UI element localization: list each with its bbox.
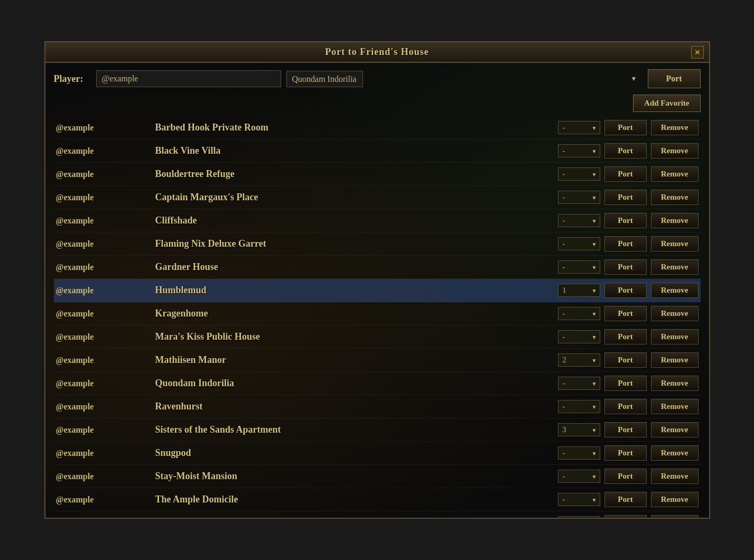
- row-port-button[interactable]: Port: [604, 213, 647, 228]
- row-remove-button[interactable]: Remove: [651, 492, 699, 507]
- row-port-button[interactable]: Port: [604, 469, 647, 484]
- row-num-select[interactable]: -: [558, 516, 600, 518]
- row-player: @example: [56, 239, 151, 249]
- row-remove-button[interactable]: Remove: [651, 259, 699, 275]
- row-num-select[interactable]: -: [558, 191, 600, 204]
- row-port-button[interactable]: Port: [604, 190, 647, 205]
- row-player: @example: [56, 402, 151, 412]
- row-num-select[interactable]: -: [558, 167, 600, 181]
- row-player: @example: [56, 170, 151, 179]
- add-favorite-row: Add Favorite: [45, 92, 709, 116]
- list-item: @example Ravenhurst - Port Remove: [54, 395, 701, 418]
- row-remove-button[interactable]: Remove: [651, 236, 699, 251]
- row-remove-button[interactable]: Remove: [651, 143, 699, 158]
- row-remove-button[interactable]: Remove: [651, 399, 699, 414]
- row-player: @example: [56, 449, 151, 458]
- row-remove-button[interactable]: Remove: [651, 329, 699, 344]
- row-remove-button[interactable]: Remove: [651, 445, 699, 461]
- row-num-select[interactable]: -: [558, 307, 600, 320]
- row-player: @example: [56, 356, 151, 365]
- row-port-button[interactable]: Port: [604, 236, 647, 251]
- row-remove-button[interactable]: Remove: [651, 515, 699, 518]
- row-port-col: Port: [604, 283, 647, 298]
- row-port-button[interactable]: Port: [604, 422, 647, 437]
- row-num-wrapper: 1: [558, 284, 600, 297]
- player-input[interactable]: [96, 70, 281, 87]
- row-remove-button[interactable]: Remove: [651, 190, 699, 205]
- character-select[interactable]: Quondam Indorilia: [286, 71, 363, 87]
- row-num-select[interactable]: 1: [558, 284, 600, 297]
- row-port-button[interactable]: Port: [604, 120, 647, 135]
- row-player: @example: [56, 123, 151, 133]
- row-port-button[interactable]: Port: [604, 515, 647, 518]
- row-player: @example: [56, 332, 151, 342]
- row-port-col: Port: [604, 213, 647, 228]
- main-port-button[interactable]: Port: [648, 69, 701, 88]
- row-num-select[interactable]: -: [558, 446, 600, 460]
- row-port-button[interactable]: Port: [604, 259, 647, 275]
- row-port-button[interactable]: Port: [604, 445, 647, 461]
- row-port-button[interactable]: Port: [604, 283, 647, 298]
- row-house-name: Stay-Moist Mansion: [155, 471, 554, 482]
- row-remove-button[interactable]: Remove: [651, 213, 699, 228]
- row-player: @example: [56, 146, 151, 156]
- row-num-wrapper: 2: [558, 353, 600, 367]
- row-num-wrapper: -: [558, 470, 600, 483]
- row-player: @example: [56, 495, 151, 505]
- row-num-select[interactable]: -: [558, 214, 600, 227]
- row-port-button[interactable]: Port: [604, 329, 647, 344]
- row-port-button[interactable]: Port: [604, 399, 647, 414]
- row-num-select[interactable]: -: [558, 400, 600, 413]
- row-port-button[interactable]: Port: [604, 306, 647, 321]
- row-num-select[interactable]: -: [558, 377, 600, 390]
- row-port-col: Port: [604, 399, 647, 414]
- row-num-select[interactable]: -: [558, 330, 600, 343]
- row-num-select[interactable]: -: [558, 260, 600, 274]
- row-num-select[interactable]: -: [558, 470, 600, 483]
- list-item: @example Black Vine Villa - Port Remove: [54, 139, 701, 163]
- row-num-wrapper: -: [558, 191, 600, 204]
- row-num-select[interactable]: -: [558, 237, 600, 250]
- row-remove-button[interactable]: Remove: [651, 376, 699, 391]
- row-remove-button[interactable]: Remove: [651, 120, 699, 135]
- row-port-col: Port: [604, 143, 647, 158]
- row-house-name: The Ample Domicile: [155, 494, 554, 505]
- row-remove-button[interactable]: Remove: [651, 469, 699, 484]
- main-window: Port to Friend's House ✕ Player: Quondam…: [44, 41, 710, 519]
- row-port-button[interactable]: Port: [604, 376, 647, 391]
- row-num-wrapper: -: [558, 144, 600, 157]
- row-num-select[interactable]: -: [558, 144, 600, 157]
- row-house-name: Gardner House: [155, 262, 554, 273]
- row-port-col: Port: [604, 492, 647, 507]
- close-button[interactable]: ✕: [691, 46, 704, 59]
- list-item: @example Kragenhome - Port Remove: [54, 302, 701, 325]
- row-remove-button[interactable]: Remove: [651, 352, 699, 368]
- row-num-wrapper: -: [558, 516, 600, 518]
- row-port-button[interactable]: Port: [604, 352, 647, 368]
- row-remove-button[interactable]: Remove: [651, 422, 699, 437]
- row-house-name: Cliffshade: [155, 215, 554, 226]
- row-player: @example: [56, 472, 151, 481]
- row-house-name: Barbed Hook Private Room: [155, 122, 554, 133]
- favorites-list: @example Barbed Hook Private Room - Port…: [45, 116, 709, 518]
- row-house-name: Humblemud: [155, 285, 554, 296]
- row-port-button[interactable]: Port: [604, 166, 647, 182]
- row-port-button[interactable]: Port: [604, 143, 647, 158]
- row-remove-button[interactable]: Remove: [651, 306, 699, 321]
- row-port-button[interactable]: Port: [604, 492, 647, 507]
- row-num-select[interactable]: 2: [558, 353, 600, 367]
- row-house-name: Captain Margaux's Place: [155, 192, 554, 203]
- row-house-name: Flaming Nix Deluxe Garret: [155, 238, 554, 249]
- row-player: @example: [56, 286, 151, 295]
- row-remove-button[interactable]: Remove: [651, 166, 699, 182]
- row-remove-col: Remove: [651, 376, 699, 391]
- row-remove-button[interactable]: Remove: [651, 283, 699, 298]
- list-item: @example Quondam Indorilia - Port Remove: [54, 372, 701, 395]
- list-item: @example Flaming Nix Deluxe Garret - Por…: [54, 232, 701, 256]
- row-num-select[interactable]: 3: [558, 423, 600, 436]
- add-favorite-button[interactable]: Add Favorite: [633, 95, 700, 112]
- row-num-select[interactable]: -: [558, 493, 600, 506]
- title-bar: Port to Friend's House ✕: [45, 42, 709, 63]
- row-port-col: Port: [604, 306, 647, 321]
- row-num-select[interactable]: -: [558, 121, 600, 134]
